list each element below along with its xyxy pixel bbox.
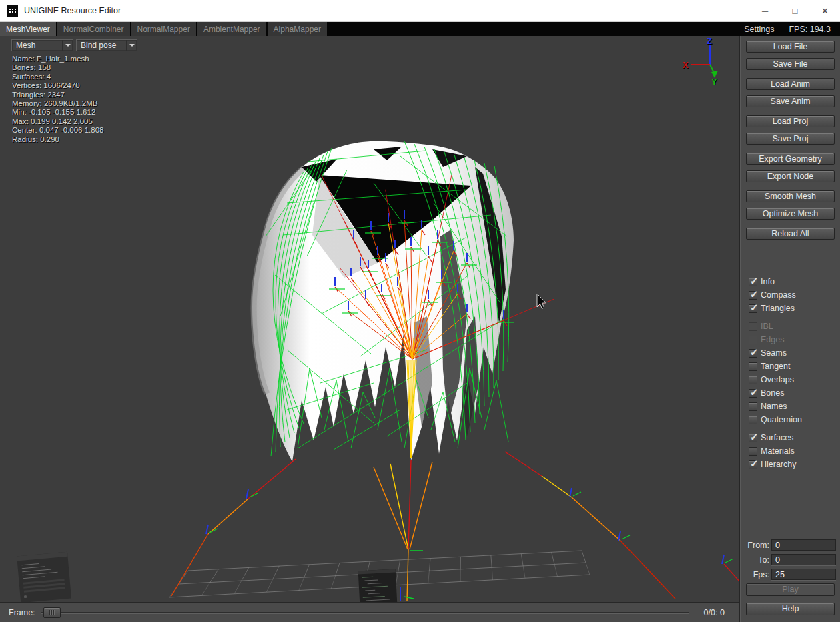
info-line: Surfaces: 4	[12, 73, 103, 81]
checkbox-materials[interactable]: Materials	[749, 446, 839, 456]
checkbox-box[interactable]	[749, 362, 757, 371]
checkbox-hierarchy[interactable]: Hierarchy	[749, 460, 839, 469]
export-node-button[interactable]: Export Node	[746, 170, 835, 182]
checkbox-label: Quaternion	[761, 415, 802, 424]
frame-bar: Frame: 0/0: 0	[0, 602, 739, 622]
tab-ambientmapper[interactable]: AmbientMapper	[197, 22, 266, 36]
checkbox-box[interactable]	[749, 291, 757, 300]
checkbox-box[interactable]	[749, 416, 757, 424]
to--input[interactable]	[771, 554, 836, 565]
tab-strip: MeshViewerNormalCombinerNormalMapperAmbi…	[0, 22, 328, 36]
info-line: Name: F_Hair_1.mesh	[12, 55, 103, 63]
checkbox-overlaps[interactable]: Overlaps	[749, 375, 839, 384]
checkbox-label: Hierarchy	[761, 460, 797, 469]
tab-meshviewer[interactable]: MeshViewer	[0, 22, 56, 36]
fps--label: Fps:	[740, 570, 769, 579]
frame-slider[interactable]	[41, 607, 689, 618]
frame-label: Frame:	[9, 608, 35, 617]
mesh-mode-value: Mesh	[12, 41, 62, 50]
checkbox-quaternion[interactable]: Quaternion	[749, 415, 839, 424]
info-line: Triangles: 2347	[12, 91, 103, 99]
load-file-button[interactable]: Load File	[746, 41, 835, 53]
checkbox-box[interactable]	[749, 434, 757, 442]
checkbox-label: Info	[761, 277, 775, 286]
file-buttons-section: Load FileSave FileLoad AnimSave AnimLoad…	[745, 41, 836, 248]
tab-normalmapper[interactable]: NormalMapper	[131, 22, 196, 36]
close-button[interactable]: ✕	[810, 0, 840, 22]
checkbox-label: Overlaps	[761, 375, 794, 384]
info-line: Radius: 0.290	[12, 135, 103, 144]
checkbox-label: Tangent	[761, 362, 790, 371]
info-line: Center: 0.047 -0.006 1.808	[12, 126, 103, 135]
from--label: From:	[740, 541, 769, 550]
checkbox-label: Materials	[761, 446, 795, 456]
checkbox-box[interactable]	[749, 278, 757, 286]
info-line: Min: -0.105 -0.155 1.612	[12, 108, 103, 117]
checkbox-box[interactable]	[749, 336, 757, 344]
frame-slider-handle[interactable]	[43, 607, 61, 618]
checkbox-label: Compass	[761, 290, 796, 300]
checkbox-label: IBL	[761, 322, 773, 331]
title-bar: UNIGINE Resource Editor ─ □ ✕	[0, 0, 840, 22]
fps--input[interactable]	[771, 569, 836, 580]
svg-text:X: X	[683, 60, 689, 70]
frame-slider-track[interactable]	[41, 612, 689, 614]
checkbox-compass[interactable]: Compass	[749, 290, 839, 300]
checkbox-box[interactable]	[749, 376, 757, 384]
checkbox-edges[interactable]: Edges	[749, 335, 839, 344]
checkbox-info[interactable]: Info	[749, 277, 839, 286]
control-panel: Load FileSave FileLoad AnimSave AnimLoad…	[739, 36, 840, 622]
tab-normalcombiner[interactable]: NormalCombiner	[57, 22, 130, 36]
maximize-button[interactable]: □	[780, 0, 810, 22]
pose-value: Bind pose	[77, 41, 126, 50]
save-proj-button[interactable]: Save Proj	[746, 133, 835, 145]
save-anim-button[interactable]: Save Anim	[746, 95, 835, 107]
animation-fields-section: From:To:Fps:	[740, 539, 840, 583]
info-line: Vertices: 1606/2470	[12, 81, 103, 90]
minimize-button[interactable]: ─	[750, 0, 780, 22]
checkbox-ibl[interactable]: IBL	[749, 322, 839, 331]
settings-button[interactable]: Settings	[744, 25, 774, 34]
mesh-viewport[interactable]: ZZXXYY Mesh Bind pose Name: F_Hair_1.mes…	[0, 36, 739, 602]
smooth-mesh-button[interactable]: Smooth Mesh	[746, 190, 835, 202]
checkbox-label: Surfaces	[761, 433, 793, 442]
checkbox-box[interactable]	[749, 460, 757, 469]
checkbox-bones[interactable]: Bones	[749, 388, 839, 398]
checkbox-label: Edges	[761, 335, 784, 344]
checkbox-seams[interactable]: Seams	[749, 348, 839, 358]
mesh-canvas: ZZXXYY	[0, 36, 739, 602]
export-geometry-button[interactable]: Export Geometry	[746, 153, 835, 165]
checkbox-box[interactable]	[749, 349, 757, 358]
mesh-mode-dropdown[interactable]: Mesh	[11, 39, 73, 51]
window-title: UNIGINE Resource Editor	[24, 6, 750, 15]
display-options-section: InfoCompassTrianglesIBLEdgesSeamsTangent…	[749, 277, 839, 478]
checkbox-box[interactable]	[749, 389, 757, 398]
tab-alphamapper[interactable]: AlphaMapper	[268, 22, 327, 36]
load-proj-button[interactable]: Load Proj	[746, 115, 835, 127]
optimize-mesh-button[interactable]: Optimize Mesh	[746, 208, 835, 220]
play-button[interactable]: Play	[746, 583, 835, 596]
checkbox-label: Seams	[761, 348, 787, 358]
checkbox-triangles[interactable]: Triangles	[749, 304, 839, 313]
checkbox-box[interactable]	[749, 322, 757, 331]
to--label: To:	[740, 555, 769, 565]
load-anim-button[interactable]: Load Anim	[746, 78, 835, 90]
info-line: Max: 0.199 0.142 2.005	[12, 117, 103, 126]
fps-indicator: FPS: 194.3	[789, 25, 831, 34]
checkbox-box[interactable]	[749, 447, 757, 456]
checkbox-box[interactable]	[749, 402, 757, 411]
from--input[interactable]	[771, 539, 836, 551]
checkbox-names[interactable]: Names	[749, 402, 839, 411]
mesh-info-block: Name: F_Hair_1.meshBones: 158Surfaces: 4…	[12, 55, 103, 144]
svg-text:Y: Y	[711, 77, 717, 87]
chevron-down-icon	[62, 40, 73, 51]
reload-all-button[interactable]: Reload All	[746, 228, 835, 240]
save-file-button[interactable]: Save File	[746, 58, 835, 70]
help-button[interactable]: Help	[746, 603, 835, 615]
checkbox-label: Names	[761, 402, 787, 411]
checkbox-box[interactable]	[749, 304, 757, 313]
info-line: Memory: 260.9KB/1.2MB	[12, 99, 103, 108]
checkbox-tangent[interactable]: Tangent	[749, 362, 839, 371]
pose-dropdown[interactable]: Bind pose	[76, 39, 137, 51]
checkbox-surfaces[interactable]: Surfaces	[749, 433, 839, 442]
